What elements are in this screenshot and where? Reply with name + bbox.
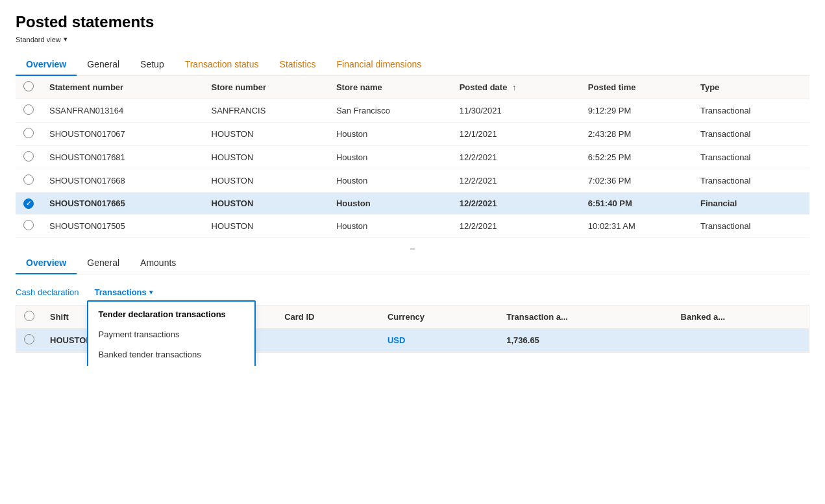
bottom-toolbar: Cash declaration Transactions ▾ Tender d… xyxy=(16,280,809,305)
dropdown-item-tender-declaration[interactable]: Tender declaration transactions xyxy=(88,304,254,324)
transactions-dropdown-menu: Tender declaration transactions Payment … xyxy=(87,300,256,366)
cell-statement-number[interactable]: SHOUSTON017681 xyxy=(42,146,204,169)
transactions-label: Transactions xyxy=(95,287,147,297)
upper-table-container: Statement number Store number Store name… xyxy=(16,76,809,238)
cell-statement-number[interactable]: SHOUSTON017665 xyxy=(42,193,204,215)
transactions-dropdown-container: Transactions ▾ Tender declaration transa… xyxy=(87,284,160,300)
cell-posted-date: 12/2/2021 xyxy=(452,214,580,237)
col-store-number: Store number xyxy=(204,76,328,99)
table-row[interactable]: SHOUSTON017067HOUSTONHouston12/1/20212:4… xyxy=(16,123,809,146)
resize-handle[interactable]: ⎯ xyxy=(16,238,809,252)
row-checkbox-cell[interactable] xyxy=(16,193,42,215)
col-card-id: Card ID xyxy=(277,306,380,329)
upper-tab-bar: Overview General Setup Transaction statu… xyxy=(16,54,809,76)
cell-statement-number[interactable]: SSANFRAN013164 xyxy=(42,99,204,123)
col-store-name: Store name xyxy=(328,76,452,99)
col-banked-a: Banked a... xyxy=(673,306,809,329)
row-checkbox[interactable] xyxy=(23,104,34,115)
cell-type: Transactional xyxy=(693,146,809,169)
chevron-down-icon: ▾ xyxy=(149,289,153,296)
row-checkbox[interactable] xyxy=(23,151,34,162)
transactions-button[interactable]: Transactions ▾ xyxy=(87,284,160,300)
view-selector-label: Standard view xyxy=(16,36,61,43)
lower-row-checkbox[interactable] xyxy=(24,334,34,344)
cell-store-name: Houston xyxy=(328,214,452,237)
table-row[interactable]: SHOUSTON017505HOUSTONHouston12/2/202110:… xyxy=(16,214,809,237)
cell-store-number: HOUSTON xyxy=(204,193,328,215)
tab-transaction-status[interactable]: Transaction status xyxy=(175,54,269,76)
table-row[interactable]: SHOUSTON017681HOUSTONHouston12/2/20216:5… xyxy=(16,146,809,169)
cell-statement-number[interactable]: SHOUSTON017067 xyxy=(42,123,204,146)
cell-type: Transactional xyxy=(693,123,809,146)
row-checkbox[interactable] xyxy=(23,128,34,138)
row-checkbox[interactable] xyxy=(23,174,34,185)
cell-posted-date: 12/2/2021 xyxy=(452,169,580,193)
table-row[interactable]: SSANFRAN013164SANFRANCISSan Francisco11/… xyxy=(16,99,809,123)
cell-store-number: HOUSTON xyxy=(204,214,328,237)
dropdown-item-safe-tender[interactable]: Safe tender transactions xyxy=(88,365,254,366)
cell-store-number: HOUSTON xyxy=(204,146,328,169)
tab-financial-dimensions[interactable]: Financial dimensions xyxy=(326,54,432,76)
statements-table: Statement number Store number Store name… xyxy=(16,76,809,238)
row-checkbox-cell[interactable] xyxy=(16,146,42,169)
cell-currency: USD xyxy=(380,328,499,352)
tab-amounts[interactable]: Amounts xyxy=(130,252,186,274)
cell-statement-number[interactable]: SHOUSTON017505 xyxy=(42,214,204,237)
tab-general-upper[interactable]: General xyxy=(77,54,130,76)
cell-posted-time: 2:43:28 PM xyxy=(580,123,693,146)
lower-select-all-header[interactable] xyxy=(16,306,42,329)
view-selector[interactable]: Standard view ▾ xyxy=(16,35,809,43)
cash-declaration-label: Cash declaration xyxy=(16,282,87,302)
table-row[interactable]: SHOUSTON017665HOUSTONHouston12/2/20216:5… xyxy=(16,193,809,215)
bottom-section: Overview General Amounts Cash declaratio… xyxy=(16,252,809,353)
cell-store-name: San Francisco xyxy=(328,99,452,123)
tab-overview-lower[interactable]: Overview xyxy=(16,252,77,274)
cell-type: Financial xyxy=(693,193,809,215)
table-row[interactable]: SHOUSTON017668HOUSTONHouston12/2/20217:0… xyxy=(16,169,809,193)
dropdown-item-banked-tender[interactable]: Banked tender transactions xyxy=(88,344,254,365)
dropdown-item-payment[interactable]: Payment transactions xyxy=(88,324,254,344)
row-checkbox-cell[interactable] xyxy=(16,123,42,146)
cell-posted-time: 6:51:40 PM xyxy=(580,193,693,215)
chevron-down-icon: ▾ xyxy=(64,35,68,43)
cell-statement-number[interactable]: SHOUSTON017668 xyxy=(42,169,204,193)
tab-general-lower[interactable]: General xyxy=(77,252,130,274)
col-transaction-a: Transaction a... xyxy=(499,306,672,329)
select-all-header[interactable] xyxy=(16,76,42,99)
tab-overview-upper[interactable]: Overview xyxy=(16,54,77,76)
row-checkbox-cell[interactable] xyxy=(16,169,42,193)
cell-posted-time: 9:12:29 PM xyxy=(580,99,693,123)
cell-store-number: HOUSTON xyxy=(204,169,328,193)
col-statement-number: Statement number xyxy=(42,76,204,99)
col-posted-time: Posted time xyxy=(580,76,693,99)
lower-row-checkbox-cell[interactable] xyxy=(16,328,42,352)
col-type: Type xyxy=(693,76,809,99)
tab-statistics[interactable]: Statistics xyxy=(269,54,326,76)
cell-store-name: Houston xyxy=(328,123,452,146)
select-all-checkbox[interactable] xyxy=(23,81,34,91)
cell-posted-date: 11/30/2021 xyxy=(452,99,580,123)
cell-posted-date: 12/2/2021 xyxy=(452,193,580,215)
cell-posted-date: 12/1/2021 xyxy=(452,123,580,146)
cell-banked-amount xyxy=(673,328,809,352)
cell-posted-time: 6:52:25 PM xyxy=(580,146,693,169)
tab-setup[interactable]: Setup xyxy=(130,54,175,76)
row-checkbox-cell[interactable] xyxy=(16,214,42,237)
row-checkbox-cell[interactable] xyxy=(16,99,42,123)
cell-posted-time: 10:02:31 AM xyxy=(580,214,693,237)
cell-store-number: SANFRANCIS xyxy=(204,99,328,123)
cell-store-name: Houston xyxy=(328,146,452,169)
col-posted-date[interactable]: Posted date ↑ xyxy=(452,76,580,99)
cell-card-id xyxy=(277,328,380,352)
page-container: Posted statements Standard view ▾ Overvi… xyxy=(0,0,825,366)
row-checkbox[interactable] xyxy=(23,220,34,230)
sort-icon: ↑ xyxy=(512,82,517,92)
lower-tab-bar: Overview General Amounts xyxy=(16,252,809,274)
cell-transaction-amount: 1,736.65 xyxy=(499,328,672,352)
cell-posted-date: 12/2/2021 xyxy=(452,146,580,169)
lower-select-all-checkbox[interactable] xyxy=(24,311,34,321)
cell-store-name: Houston xyxy=(328,193,452,215)
cell-type: Transactional xyxy=(693,99,809,123)
row-checkbox[interactable] xyxy=(23,198,34,209)
col-currency: Currency xyxy=(380,306,499,329)
